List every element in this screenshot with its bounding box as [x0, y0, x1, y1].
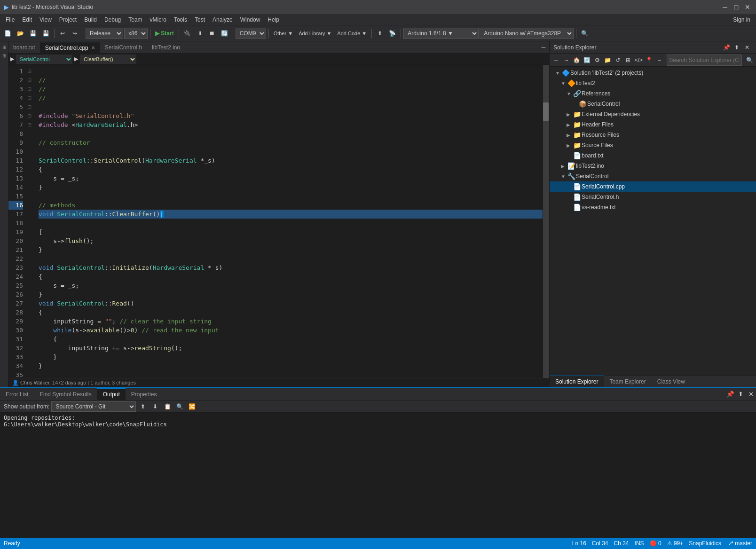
se-maximize-button[interactable]: ⬆: [732, 42, 742, 53]
stop-button[interactable]: ⏹: [206, 27, 218, 39]
tree-item-references[interactable]: ▼ 🔗 References: [550, 88, 756, 99]
config-dropdown[interactable]: Release: [86, 28, 123, 39]
menu-team[interactable]: Team: [125, 16, 146, 24]
menu-edit[interactable]: Edit: [18, 16, 36, 24]
tree-item-solution[interactable]: ▼ 🔷 Solution 'libTest2' (2 projects): [550, 68, 756, 78]
code-scroll[interactable]: 12345 678910 1112131415 16 17181920 2122…: [8, 65, 543, 378]
output-btn-5[interactable]: 🔀: [187, 401, 197, 412]
tab-serialcontrol-cpp[interactable]: SerialControl.cpp ✕: [40, 42, 100, 53]
tree-item-resource-files[interactable]: ▶ 📁 Resource Files: [550, 130, 756, 140]
se-tab-team-explorer[interactable]: Team Explorer: [604, 376, 651, 388]
menu-debug[interactable]: Debug: [101, 16, 125, 24]
tab-close-serialcontrol-cpp[interactable]: ✕: [91, 45, 95, 50]
collapse-editor-button[interactable]: ─: [538, 42, 549, 53]
menu-file[interactable]: File: [2, 16, 18, 24]
menu-build[interactable]: Build: [80, 16, 101, 24]
se-back-button[interactable]: ←: [551, 55, 561, 65]
gutter-btn-2[interactable]: ⊞: [0, 52, 8, 59]
upload-button[interactable]: ⬆: [374, 27, 386, 39]
output-btn-4[interactable]: 🔍: [174, 401, 185, 412]
save-all-button[interactable]: 💾: [40, 27, 52, 39]
tree-item-header-files[interactable]: ▶ 📁 Header Files: [550, 119, 756, 130]
menu-analyze[interactable]: Analyze: [209, 16, 236, 24]
restart-button[interactable]: 🔄: [219, 27, 230, 39]
tab-board-txt[interactable]: board.txt: [8, 42, 40, 53]
undo-button[interactable]: ↩: [57, 27, 68, 39]
gutter-btn-1[interactable]: ⊞: [0, 43, 8, 51]
method-dropdown[interactable]: ClearBuffer(): [80, 55, 136, 64]
board-dropdown[interactable]: Arduino 1.6/1.8 ▼: [403, 28, 479, 39]
se-minus-button[interactable]: −: [654, 55, 664, 65]
tab-output[interactable]: Output: [97, 388, 126, 400]
tree-item-ext-deps[interactable]: ▶ 📁 External Dependencies: [550, 109, 756, 119]
status-errors[interactable]: 🔴 0: [650, 540, 662, 547]
se-forward-button[interactable]: →: [562, 55, 571, 65]
output-btn-2[interactable]: ⬇: [150, 401, 160, 412]
tree-item-serialcontrol-ref[interactable]: 📦 SerialControl: [550, 99, 756, 109]
close-button[interactable]: ✕: [743, 2, 752, 12]
tab-serialcontrol-h[interactable]: SerialControl.h: [100, 42, 147, 53]
menu-test[interactable]: Test: [191, 16, 209, 24]
tree-item-libtest2-ino[interactable]: ▶ 📝 libTest2.ino: [550, 161, 756, 171]
attach-button[interactable]: 🔌: [181, 27, 193, 39]
tab-error-list[interactable]: Error List: [0, 388, 34, 400]
menu-project[interactable]: Project: [55, 16, 80, 24]
status-git-branch[interactable]: ⎇ master: [727, 540, 752, 547]
se-close-button[interactable]: ✕: [742, 42, 752, 53]
save-button[interactable]: 💾: [27, 27, 39, 39]
se-collapse-button[interactable]: ⊞: [623, 55, 633, 65]
new-project-button[interactable]: 📄: [2, 27, 14, 39]
add-library-button[interactable]: Add Library ▼: [296, 27, 334, 39]
panel-close-button[interactable]: ✕: [746, 389, 756, 400]
se-settings-button[interactable]: ⚙: [593, 55, 602, 65]
output-btn-3[interactable]: 📋: [162, 401, 173, 412]
menu-help[interactable]: Help: [264, 16, 283, 24]
device-dropdown[interactable]: COM9: [236, 28, 266, 39]
tree-item-serialcontrol-h[interactable]: 📄 SerialControl.h: [550, 192, 756, 202]
minimize-button[interactable]: ─: [720, 2, 730, 12]
class-dropdown[interactable]: SerialControl: [16, 55, 72, 64]
output-source-dropdown[interactable]: Source Control - Git: [51, 401, 136, 412]
se-code-button[interactable]: </>: [634, 55, 643, 65]
se-pin-button[interactable]: 📌: [721, 42, 732, 53]
se-tab-class-view[interactable]: Class View: [652, 376, 691, 388]
tree-item-serialcontrol-project[interactable]: ▼ 🔧 SerialControl: [550, 171, 756, 181]
tab-libtest2-ino[interactable]: libTest2.ino: [147, 42, 185, 53]
panel-expand-button[interactable]: ⬆: [735, 389, 746, 400]
tree-item-vs-readme[interactable]: 📄 vs-readme.txt: [550, 202, 756, 212]
other-dropdown-button[interactable]: Other ▼: [271, 27, 295, 39]
output-btn-1[interactable]: ⬆: [138, 401, 148, 412]
tree-item-board-txt[interactable]: 📄 board.txt: [550, 150, 756, 161]
search-button[interactable]: 🔍: [579, 27, 591, 39]
menu-window[interactable]: Window: [236, 16, 264, 24]
code-text[interactable]: // // // #include "SerialControl.h" #inc…: [35, 65, 543, 378]
pause-button[interactable]: ⏸: [194, 27, 205, 39]
redo-button[interactable]: ↪: [69, 27, 80, 39]
se-show-files-button[interactable]: 📁: [603, 55, 613, 65]
maximize-button[interactable]: □: [732, 2, 741, 12]
menu-vmicro[interactable]: vMicro: [146, 16, 170, 24]
panel-pin-button[interactable]: 📌: [725, 389, 735, 400]
target-dropdown[interactable]: Arduino Nano w/ ATmega328P: [480, 28, 574, 39]
se-sync-button[interactable]: 🔄: [583, 55, 592, 65]
add-code-button[interactable]: Add Code ▼: [335, 27, 369, 39]
tab-properties[interactable]: Properties: [126, 388, 163, 400]
start-button[interactable]: ▶ Start: [153, 27, 176, 39]
se-pin2-button[interactable]: 📍: [644, 55, 654, 65]
menu-tools[interactable]: Tools: [170, 16, 191, 24]
open-button[interactable]: 📂: [15, 27, 26, 39]
menu-view[interactable]: View: [36, 16, 55, 24]
se-search-button[interactable]: 🔍: [745, 55, 754, 65]
editor-scrollbar[interactable]: [543, 65, 549, 378]
tab-find-symbol-results[interactable]: Find Symbol Results: [34, 388, 97, 400]
se-refresh-button[interactable]: ↺: [614, 55, 623, 65]
status-warnings[interactable]: ⚠ 99+: [667, 540, 684, 547]
tree-item-libtest2[interactable]: ▼ 🔶 libTest2: [550, 78, 756, 88]
serial-monitor-button[interactable]: 📡: [386, 27, 398, 39]
sign-in[interactable]: Sign in: [729, 16, 754, 23]
se-tab-solution-explorer[interactable]: Solution Explorer: [550, 376, 604, 388]
tree-item-serialcontrol-cpp[interactable]: 📄 SerialControl.cpp: [550, 181, 756, 192]
platform-dropdown[interactable]: x86: [124, 28, 148, 39]
se-search-input[interactable]: [667, 55, 742, 66]
se-home-button[interactable]: 🏠: [572, 55, 582, 65]
